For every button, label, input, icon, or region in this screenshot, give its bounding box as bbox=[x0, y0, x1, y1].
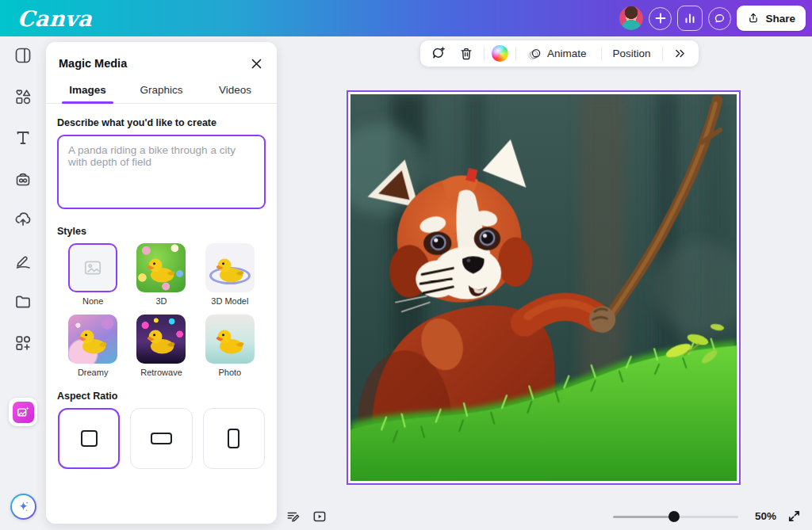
uploads-cloud-icon bbox=[13, 210, 33, 229]
share-label: Share bbox=[765, 13, 795, 25]
styles-label: Styles bbox=[57, 226, 266, 237]
insights-button[interactable] bbox=[677, 6, 703, 31]
zoom-slider[interactable] bbox=[613, 511, 738, 522]
style-thumb-photo[interactable] bbox=[205, 315, 255, 364]
sidebar-item-apps[interactable] bbox=[13, 334, 33, 353]
animate-icon bbox=[527, 46, 542, 62]
avatar[interactable] bbox=[619, 6, 643, 30]
aspect-option-landscape[interactable] bbox=[130, 408, 192, 469]
apps-icon bbox=[13, 334, 33, 353]
image-placeholder-icon bbox=[82, 257, 103, 278]
duck-illustration bbox=[212, 325, 248, 357]
sidebar-item-draw[interactable] bbox=[13, 251, 33, 270]
close-icon bbox=[251, 58, 262, 70]
color-wheel-button[interactable] bbox=[492, 45, 508, 62]
text-icon bbox=[13, 128, 33, 147]
position-button[interactable]: Position bbox=[609, 48, 655, 59]
close-panel-button[interactable] bbox=[247, 54, 266, 73]
share-button[interactable]: Share bbox=[737, 6, 806, 31]
style-thumb-retrowave[interactable] bbox=[136, 315, 186, 364]
comments-button[interactable] bbox=[708, 7, 731, 30]
style-option-dreamy[interactable]: Dreamy bbox=[62, 315, 124, 377]
style-thumb-dreamy[interactable] bbox=[68, 315, 117, 364]
tab-graphics[interactable]: Graphics bbox=[124, 79, 198, 103]
canvas-selected-image[interactable] bbox=[347, 90, 741, 485]
prompt-input[interactable] bbox=[57, 135, 266, 209]
design-icon bbox=[13, 46, 33, 65]
aspect-option-square[interactable] bbox=[58, 408, 120, 469]
aspect-ratio-label: Aspect Ratio bbox=[57, 391, 266, 402]
insights-chart-icon bbox=[683, 11, 697, 25]
portrait-ratio-icon bbox=[228, 429, 239, 448]
fullscreen-icon[interactable] bbox=[787, 509, 801, 523]
style-option-photo[interactable]: Photo bbox=[199, 315, 261, 377]
duck-illustration bbox=[75, 325, 111, 357]
duck-illustration bbox=[143, 325, 179, 357]
panel-title: Magic Media bbox=[59, 57, 264, 70]
sidebar-item-brand[interactable] bbox=[13, 170, 33, 189]
top-bar: Canva Share bbox=[0, 0, 812, 36]
prompt-label: Describe what you'd like to create bbox=[57, 117, 266, 128]
toolbar-divider bbox=[515, 47, 516, 61]
panel-tabs: Images Graphics Videos bbox=[46, 79, 277, 104]
comments-icon bbox=[713, 12, 726, 25]
trash-icon bbox=[458, 46, 474, 62]
zoom-level[interactable]: 50% bbox=[749, 510, 776, 522]
toolbar-divider bbox=[484, 47, 485, 61]
draw-pen-icon bbox=[13, 251, 33, 270]
sparkle-icon bbox=[16, 499, 31, 514]
style-option-3d-model[interactable]: 3D Model bbox=[199, 243, 261, 306]
sidebar-item-design[interactable] bbox=[13, 46, 33, 65]
sidebar bbox=[0, 36, 46, 530]
add-comment-icon bbox=[431, 45, 447, 62]
aspect-ratio-row bbox=[57, 408, 266, 469]
landscape-ratio-icon bbox=[151, 433, 172, 444]
canva-assistant-button[interactable] bbox=[10, 494, 36, 520]
duck-illustration bbox=[143, 254, 179, 285]
animate-label: Animate bbox=[547, 48, 591, 59]
toolbar-divider bbox=[662, 47, 663, 61]
sidebar-item-uploads[interactable] bbox=[13, 210, 33, 229]
more-tools-button[interactable] bbox=[670, 44, 691, 64]
plus-icon bbox=[654, 12, 667, 25]
duck-illustration bbox=[212, 254, 248, 285]
toolbar-divider bbox=[601, 47, 602, 61]
square-ratio-icon bbox=[81, 430, 98, 447]
animate-button[interactable]: Animate bbox=[523, 46, 594, 62]
elements-icon bbox=[13, 87, 33, 106]
style-thumb-3d[interactable] bbox=[136, 243, 186, 292]
projects-folder-icon bbox=[13, 292, 33, 311]
present-icon[interactable] bbox=[312, 509, 327, 524]
notes-icon[interactable] bbox=[285, 509, 301, 524]
double-chevron-right-icon bbox=[673, 47, 687, 60]
red-panda-image bbox=[350, 94, 737, 481]
tab-images[interactable]: Images bbox=[51, 79, 124, 103]
zoom-slider-knob[interactable] bbox=[668, 511, 680, 522]
style-option-none[interactable]: None bbox=[62, 243, 124, 306]
aspect-option-portrait[interactable] bbox=[203, 408, 265, 469]
style-thumb-3d-model[interactable] bbox=[205, 243, 255, 292]
magic-media-icon bbox=[16, 405, 31, 420]
styles-grid: None 3D 3D Model bbox=[57, 243, 266, 377]
page-tools bbox=[285, 509, 327, 524]
zoom-controls: 50% bbox=[613, 509, 801, 523]
style-thumb-none[interactable] bbox=[68, 243, 117, 292]
brand-icon bbox=[13, 170, 33, 189]
sidebar-item-projects[interactable] bbox=[13, 292, 33, 311]
selection-toolbar: Animate Position bbox=[420, 40, 699, 67]
add-member-button[interactable] bbox=[649, 7, 672, 30]
tab-videos[interactable]: Videos bbox=[198, 79, 272, 103]
share-upload-icon bbox=[747, 12, 760, 25]
add-comment-button[interactable] bbox=[428, 44, 449, 64]
style-option-3d[interactable]: 3D bbox=[130, 243, 192, 306]
style-option-retrowave[interactable]: Retrowave bbox=[130, 315, 192, 377]
canva-app: Canva Share bbox=[0, 0, 812, 530]
delete-button[interactable] bbox=[456, 44, 477, 64]
canva-logo[interactable]: Canva bbox=[17, 6, 93, 31]
magic-media-panel: Magic Media Images Graphics Videos Descr… bbox=[46, 42, 277, 524]
sidebar-item-elements[interactable] bbox=[13, 87, 33, 106]
sidebar-item-magic-media-active[interactable] bbox=[9, 398, 37, 426]
sidebar-item-text[interactable] bbox=[13, 128, 33, 147]
